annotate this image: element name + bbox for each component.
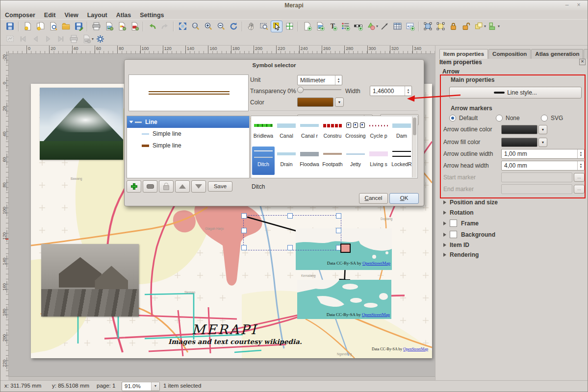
align-items-icon[interactable] (486, 21, 498, 32)
osm-link-3[interactable]: OpenStreetMap (403, 347, 428, 351)
load-from-template-icon[interactable] (60, 21, 72, 32)
section-rendering[interactable]: Rendering (443, 251, 479, 258)
composition-manager-icon[interactable] (47, 21, 59, 32)
spinner-icon[interactable]: ▲▼ (335, 75, 342, 85)
cancel-button[interactable]: Cancel (359, 193, 388, 204)
chevron-down-icon[interactable]: ▼ (151, 382, 159, 391)
symbol-cycle-p[interactable]: Cycle p (367, 118, 390, 147)
undo-icon[interactable] (146, 21, 158, 32)
group-items-icon[interactable] (422, 21, 434, 32)
osm-link-2[interactable]: OpenStreetMap (362, 312, 390, 317)
move-layer-up-button[interactable] (175, 180, 190, 193)
section-item-id[interactable]: Item ID (443, 242, 469, 248)
slider-thumb[interactable] (297, 87, 304, 93)
section-position-and-size[interactable]: Position and size (443, 199, 498, 206)
menu-edit[interactable]: Edit (40, 11, 60, 20)
symbol-grid-scrollbar[interactable] (412, 117, 417, 177)
menu-settings[interactable]: Settings (135, 11, 168, 20)
lock-layer-color-button[interactable] (159, 180, 174, 193)
ok-button[interactable]: OK (389, 193, 419, 204)
add-symbol-layer-button[interactable] (127, 180, 141, 193)
radio-none[interactable]: None (496, 115, 541, 122)
save-project-icon[interactable] (4, 21, 16, 32)
color-dropdown-button[interactable]: ▼ (335, 98, 344, 107)
color-swatch[interactable] (501, 125, 537, 134)
map-title-label[interactable]: MERAPI (192, 322, 257, 337)
tab-item-properties[interactable]: Item properties (439, 49, 488, 59)
symbol-footpath[interactable]: Footpath (321, 147, 344, 175)
scrollbar-thumb[interactable] (413, 118, 416, 135)
export-as-svg-icon[interactable] (116, 21, 128, 32)
menu-layout[interactable]: Layout (83, 11, 112, 20)
menu-atlas[interactable]: Atlas (112, 11, 136, 20)
checkbox[interactable] (450, 220, 457, 227)
selection-handle[interactable] (241, 213, 247, 219)
raise-items-icon[interactable] (473, 21, 485, 32)
inset-map-indonesia[interactable]: Data CC-By-SA by OpenStreetMap (297, 280, 391, 319)
spinner-icon[interactable]: ▲▼ (577, 149, 584, 158)
main-properties-header[interactable]: Main properties (443, 76, 494, 83)
symbol-tree-row[interactable]: Simple line (127, 140, 249, 151)
selection-handle[interactable] (287, 245, 293, 250)
osm-link[interactable]: OpenStreetMap (362, 261, 390, 266)
tab-items[interactable]: Items (584, 49, 588, 59)
symbol-tree-row[interactable]: Simple line (127, 128, 249, 140)
symbol-crossing[interactable]: Crossing (344, 118, 367, 147)
zoom-in-icon[interactable] (202, 21, 214, 32)
new-composition-icon[interactable] (22, 21, 33, 32)
duplicate-composition-icon[interactable] (34, 21, 46, 32)
radio-svg[interactable]: SVG (541, 115, 580, 122)
zoom-out-icon[interactable] (215, 21, 227, 32)
section-frame[interactable]: Frame (443, 220, 479, 227)
section-background[interactable]: Background (443, 231, 495, 238)
arrow-target-box[interactable] (340, 244, 351, 253)
spinner-icon[interactable]: ▲▼ (577, 161, 584, 170)
selection-handle[interactable] (241, 245, 247, 250)
add-image-icon[interactable] (314, 21, 326, 32)
symbol-ditch[interactable]: Ditch (252, 147, 275, 175)
arrow-markers-header[interactable]: Arrow markers (443, 105, 492, 112)
section-rotation[interactable]: Rotation (443, 209, 474, 216)
menu-view[interactable]: View (60, 11, 82, 20)
select-move-item-icon[interactable] (271, 21, 282, 32)
zoom-level-combo[interactable]: 91.0% ▼ (122, 382, 160, 391)
browse-button[interactable]: ... (574, 173, 585, 182)
selection-handle[interactable] (336, 213, 341, 219)
radio-default[interactable]: Default (449, 115, 496, 122)
spin-field[interactable]: 1,00 mm▲▼ (501, 149, 585, 159)
lock-items-icon[interactable] (447, 21, 459, 32)
close-button[interactable]: × (575, 1, 583, 9)
tree-expand-icon[interactable] (129, 121, 133, 123)
save-as-template-icon[interactable] (73, 21, 84, 32)
selection-handle[interactable] (287, 213, 293, 219)
add-label-icon[interactable]: T (327, 21, 338, 32)
save-symbol-button[interactable]: Save (208, 181, 232, 192)
tab-composition[interactable]: Composition (488, 49, 531, 59)
add-html-frame-icon[interactable]: </> (404, 21, 416, 32)
add-new-map-icon[interactable] (301, 21, 313, 32)
checkbox[interactable] (450, 231, 457, 238)
symbol-living-s[interactable]: Living s (367, 147, 390, 175)
destroyed-house-photo[interactable] (41, 244, 139, 317)
chevron-down-icon[interactable]: ▼ (538, 138, 547, 147)
symbol-dam[interactable]: Dam (390, 118, 413, 147)
color-swatch[interactable] (297, 98, 333, 107)
unlock-items-icon[interactable] (460, 21, 472, 32)
symbol-jetty[interactable]: Jetty (344, 147, 367, 175)
add-legend-icon[interactable] (339, 21, 351, 32)
symbol-bridlewa[interactable]: Bridlewa (252, 118, 275, 147)
add-shape-icon[interactable] (365, 21, 377, 32)
print-icon[interactable] (90, 21, 102, 32)
add-scalebar-icon[interactable] (352, 21, 364, 32)
unit-combo[interactable]: Millimeter ▲▼ (297, 75, 342, 85)
width-spin[interactable]: 1,46000 ▲▼ (370, 86, 412, 96)
transparency-slider[interactable] (297, 86, 341, 92)
remove-symbol-layer-button[interactable] (143, 180, 157, 193)
atlas-settings-icon[interactable] (94, 33, 106, 45)
symbol-drain[interactable]: Drain (275, 147, 298, 175)
refresh-view-icon[interactable] (228, 21, 239, 32)
symbol-lockedr[interactable]: LockedR (390, 147, 413, 175)
mountain-photo[interactable] (40, 88, 123, 160)
export-as-image-icon[interactable] (103, 21, 115, 32)
symbol-canal-r[interactable]: Canal r (298, 118, 321, 147)
